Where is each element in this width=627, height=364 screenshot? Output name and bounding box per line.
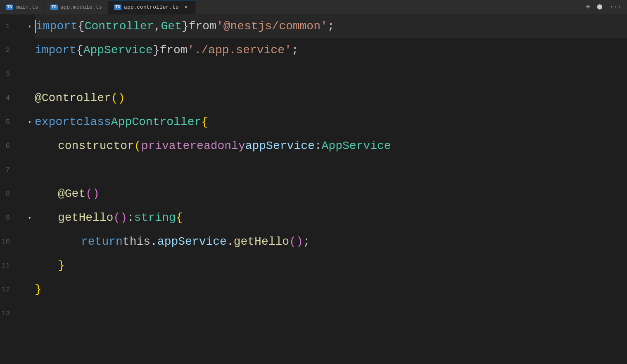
source-control-icon[interactable]: ⎆ <box>584 2 592 12</box>
tab-bar: TSmain.tsTSapp.module.tsTSapp.controller… <box>0 0 627 14</box>
token-paren2: ( <box>86 182 93 206</box>
tab-bar-actions: ⎆ ⬢ ··· <box>584 1 627 13</box>
token-kw-purple: readonly <box>190 134 245 158</box>
token-class-name: Controller <box>85 14 154 38</box>
fold-arrow-6 <box>25 134 35 158</box>
token-paren2: ) <box>93 182 100 206</box>
token-class-name: AppController <box>111 110 201 134</box>
token-from-kw: from <box>159 38 187 62</box>
line-number-6: 6 <box>0 134 17 158</box>
token-brace: { <box>176 206 183 230</box>
token-fn: constructor <box>58 134 134 158</box>
token-plain: } <box>182 14 189 38</box>
token-kw: import <box>35 38 76 62</box>
fold-arrow-11 <box>25 254 35 278</box>
token-string-type: string <box>134 206 176 230</box>
line-number-7: 7 <box>0 158 17 182</box>
fold-arrows: ▾▾▾ <box>25 14 35 364</box>
code-line-9: getHello(): string { <box>35 206 627 230</box>
token-kw: class <box>76 110 111 134</box>
token-kw: return <box>81 230 123 254</box>
token-class-name: AppService <box>322 134 391 158</box>
code-line-8: @Get() <box>35 182 627 206</box>
fold-arrow-5[interactable]: ▾ <box>25 110 35 134</box>
line-numbers: 12345678910111213 <box>0 14 25 364</box>
fold-arrow-1[interactable]: ▾ <box>25 14 35 38</box>
code-line-6: constructor(private readonly appService:… <box>35 134 627 158</box>
code-line-7 <box>35 158 627 182</box>
token-param: appService <box>245 134 315 158</box>
ts-icon: TS <box>6 5 13 10</box>
line-number-9: 9 <box>0 206 17 230</box>
more-actions-icon[interactable]: ··· <box>608 2 623 12</box>
tab-label: main.ts <box>16 4 38 10</box>
line-number-5: 5 <box>0 110 17 134</box>
token-fn: getHello <box>234 230 289 254</box>
fold-arrow-12 <box>25 278 35 302</box>
token-class-name: AppService <box>83 38 153 62</box>
token-string: './app.service' <box>188 38 292 62</box>
token-brace: } <box>35 278 42 302</box>
code-line-3 <box>35 62 627 86</box>
fold-arrow-13 <box>25 302 35 326</box>
token-plain: . <box>150 230 157 254</box>
token-plain: ; <box>292 38 299 62</box>
token-brace: } <box>58 254 65 278</box>
token-this-kw: this <box>123 230 150 254</box>
token-decorator: @Get <box>58 182 86 206</box>
token-plain: ; <box>303 230 310 254</box>
token-paren: ( <box>134 134 141 158</box>
token-kw-purple: private <box>141 134 190 158</box>
tab-label: app.module.ts <box>60 4 102 10</box>
code-line-10: return this.appService.getHello(); <box>35 230 627 254</box>
fold-arrow-4 <box>25 86 35 110</box>
token-prop: appService <box>157 230 227 254</box>
token-string: '@nestjs/common' <box>216 14 328 38</box>
token-brace: { <box>201 110 208 134</box>
token-paren: ( <box>111 86 118 110</box>
token-from-kw: from <box>189 14 216 38</box>
line-number-8: 8 <box>0 182 17 206</box>
code-line-13 <box>35 302 627 326</box>
code-line-1: import { Controller, Get } from '@nestjs… <box>35 14 627 38</box>
token-kw: import <box>36 14 78 38</box>
token-plain: } <box>153 38 160 62</box>
ts-icon: TS <box>114 5 121 10</box>
line-number-10: 10 <box>0 230 17 254</box>
tab-label: app.controller.ts <box>124 4 179 10</box>
token-paren2: ( <box>113 206 120 230</box>
tab-controller[interactable]: TSapp.controller.ts× <box>108 0 196 14</box>
fold-arrow-3 <box>25 62 35 86</box>
ts-icon: TS <box>50 5 58 10</box>
token-class-name: Get <box>161 14 181 38</box>
fold-arrow-9[interactable]: ▾ <box>25 206 35 230</box>
close-tab-button[interactable]: × <box>183 4 190 11</box>
code-line-5: export class AppController { <box>35 110 627 134</box>
line-number-12: 12 <box>0 278 17 302</box>
code-line-4: @Controller() <box>35 86 627 110</box>
token-plain: : <box>127 206 134 230</box>
fold-arrow-2 <box>25 38 35 62</box>
split-editor-icon[interactable]: ⬢ <box>595 1 604 13</box>
token-paren2: ) <box>296 230 303 254</box>
code-line-12: } <box>35 278 627 302</box>
token-plain: . <box>227 230 234 254</box>
line-number-3: 3 <box>0 62 17 86</box>
code-line-11: } <box>35 254 627 278</box>
tab-module[interactable]: TSapp.module.ts <box>45 0 108 14</box>
line-number-4: 4 <box>0 86 17 110</box>
fold-arrow-8 <box>25 182 35 206</box>
code-content[interactable]: import { Controller, Get } from '@nestjs… <box>35 14 627 364</box>
fold-arrow-10 <box>25 230 35 254</box>
token-paren2: ) <box>120 206 127 230</box>
token-plain: ; <box>328 14 335 38</box>
token-paren2: ( <box>289 230 296 254</box>
line-number-1: 1 <box>0 14 17 38</box>
token-plain: : <box>315 134 322 158</box>
tab-main[interactable]: TSmain.ts <box>0 0 45 14</box>
token-plain: { <box>78 14 85 38</box>
fold-arrow-7 <box>25 158 35 182</box>
token-paren: ) <box>118 86 125 110</box>
line-number-2: 2 <box>0 38 17 62</box>
token-decorator: @Controller <box>35 86 111 110</box>
